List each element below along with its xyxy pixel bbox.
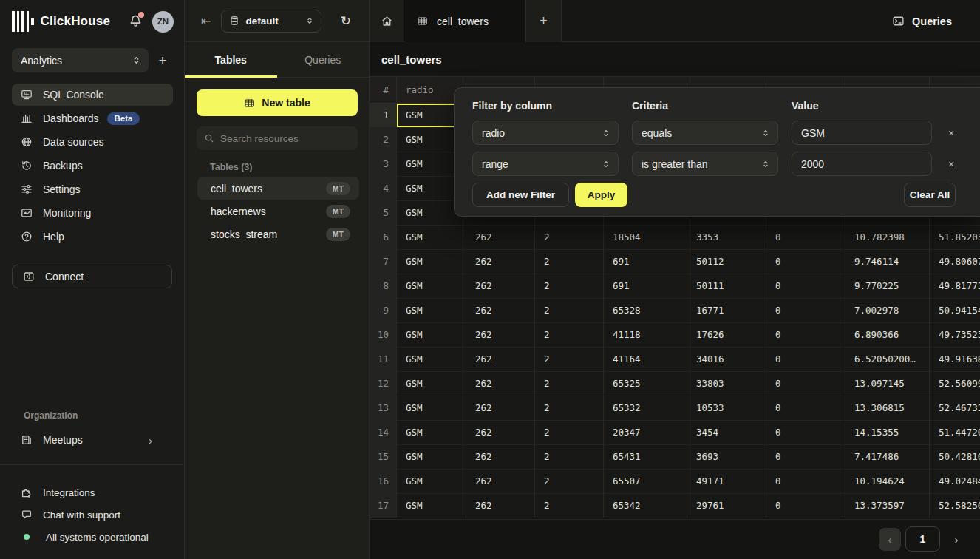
search-resources-box[interactable] <box>197 126 358 150</box>
table-cell[interactable]: GSM <box>397 372 466 396</box>
table-cell[interactable]: 34016 <box>687 348 766 372</box>
table-list-item-cell-towers[interactable]: cell_towers MT <box>197 177 359 200</box>
database-select[interactable]: default <box>221 10 321 33</box>
table-cell[interactable]: 262 <box>466 250 535 274</box>
table-cell[interactable]: 13.373597 <box>845 494 930 518</box>
table-cell[interactable]: 691 <box>604 250 687 274</box>
table-cell[interactable]: 0 <box>766 323 845 348</box>
clear-all-filters-button[interactable]: Clear All <box>904 183 956 207</box>
collapse-panel-button[interactable]: ⇤ <box>201 14 211 28</box>
table-cell[interactable]: GSM <box>397 421 466 445</box>
remove-filter-button[interactable]: × <box>942 152 960 176</box>
table-cell[interactable]: 2 <box>535 323 604 348</box>
table-cell[interactable]: 262 <box>466 445 535 470</box>
table-cell[interactable]: 262 <box>466 348 535 372</box>
filter-criteria-select[interactable]: equals <box>632 121 778 145</box>
table-cell[interactable]: 18504 <box>604 226 687 250</box>
table-cell[interactable]: 49.024841 <box>930 470 980 494</box>
table-cell[interactable]: 262 <box>466 274 535 299</box>
table-cell[interactable]: 3454 <box>687 421 766 445</box>
table-cell[interactable]: 10.194624 <box>845 470 930 494</box>
sidebar-item-integrations[interactable]: Integrations <box>12 482 173 503</box>
table-cell[interactable]: 0 <box>766 445 845 470</box>
table-cell[interactable]: 65342 <box>604 494 687 518</box>
refresh-tables-button[interactable]: ↻ <box>341 13 351 29</box>
clickhouse-logo-icon[interactable] <box>12 11 34 32</box>
sidebar-item-dashboards[interactable]: Dashboards Beta <box>12 107 173 129</box>
table-cell[interactable]: 0 <box>766 299 845 323</box>
table-cell[interactable]: 3693 <box>687 445 766 470</box>
table-cell[interactable]: 50.428105 <box>930 445 980 470</box>
table-cell[interactable]: 65328 <box>604 299 687 323</box>
table-cell[interactable]: 7.002978 <box>845 299 930 323</box>
apply-filters-button[interactable]: Apply <box>575 183 627 207</box>
add-filter-button[interactable]: Add new Filter <box>472 183 569 207</box>
table-cell[interactable]: 262 <box>466 421 535 445</box>
current-page-indicator[interactable]: 1 <box>905 526 940 552</box>
table-cell[interactable]: 0 <box>766 494 845 518</box>
table-cell[interactable]: 20347 <box>604 421 687 445</box>
table-cell[interactable]: 9.746114 <box>845 250 930 274</box>
queries-button[interactable]: Queries <box>892 0 952 42</box>
table-cell[interactable]: GSM <box>397 470 466 494</box>
table-cell[interactable]: 49.916384 <box>930 348 980 372</box>
table-cell[interactable]: GSM <box>397 445 466 470</box>
table-cell[interactable]: 65332 <box>604 396 687 421</box>
table-cell[interactable]: 41118 <box>604 323 687 348</box>
table-cell[interactable]: GSM <box>397 348 466 372</box>
table-cell[interactable]: 262 <box>466 372 535 396</box>
table-cell[interactable]: 13.306815 <box>845 396 930 421</box>
table-cell[interactable]: 262 <box>466 396 535 421</box>
table-cell[interactable]: 49.817739 <box>930 274 980 299</box>
tab-queries[interactable]: Queries <box>277 42 370 77</box>
tab-tables[interactable]: Tables <box>185 42 277 77</box>
table-cell[interactable]: GSM <box>397 250 466 274</box>
table-cell[interactable]: 52.560998 <box>930 372 980 396</box>
table-cell[interactable]: 2 <box>535 250 604 274</box>
notifications-button[interactable] <box>129 14 143 29</box>
table-cell[interactable]: GSM <box>397 494 466 518</box>
table-cell[interactable]: 3353 <box>687 226 766 250</box>
table-cell[interactable]: 262 <box>466 323 535 348</box>
table-cell[interactable]: 41164 <box>604 348 687 372</box>
table-cell[interactable]: 0 <box>766 274 845 299</box>
sidebar-item-data-sources[interactable]: Data sources <box>12 131 173 153</box>
table-cell[interactable]: 52.4673325 <box>930 396 980 421</box>
remove-filter-button[interactable]: × <box>942 121 960 145</box>
table-cell[interactable]: 50112 <box>687 250 766 274</box>
table-cell[interactable]: 10.782398 <box>845 226 930 250</box>
home-tab[interactable] <box>370 0 404 42</box>
table-cell[interactable]: 52.582505 <box>930 494 980 518</box>
tab-cell-towers[interactable]: cell_towers <box>404 0 526 42</box>
table-cell[interactable]: GSM <box>397 226 466 250</box>
table-cell[interactable]: 17626 <box>687 323 766 348</box>
table-list-item-hackernews[interactable]: hackernews MT <box>197 200 359 223</box>
next-page-button[interactable]: › <box>947 528 966 551</box>
table-cell[interactable]: 2 <box>535 396 604 421</box>
table-cell[interactable]: 65507 <box>604 470 687 494</box>
table-cell[interactable]: 0 <box>766 372 845 396</box>
table-cell[interactable]: 49.806073 <box>930 250 980 274</box>
filter-column-select[interactable]: radio <box>472 121 619 145</box>
column-header[interactable]: # <box>370 77 397 104</box>
add-workspace-button[interactable]: + <box>152 50 174 72</box>
table-cell[interactable]: 2 <box>535 470 604 494</box>
table-cell[interactable]: 2 <box>535 445 604 470</box>
table-cell[interactable]: GSM <box>397 299 466 323</box>
sidebar-item-system-status[interactable]: All systems operational <box>12 526 173 547</box>
table-cell[interactable]: 49.735233 <box>930 323 980 348</box>
search-input[interactable] <box>220 133 338 144</box>
table-cell[interactable]: 29761 <box>687 494 766 518</box>
sidebar-item-chat-support[interactable]: Chat with support <box>12 504 173 525</box>
table-cell[interactable]: 6.52050200… <box>845 348 930 372</box>
table-cell[interactable]: 7.417486 <box>845 445 930 470</box>
sidebar-item-settings[interactable]: Settings <box>12 178 173 200</box>
table-cell[interactable]: 0 <box>766 250 845 274</box>
table-cell[interactable]: 50.941544 <box>930 299 980 323</box>
table-cell[interactable]: 13.097145 <box>845 372 930 396</box>
table-cell[interactable]: 0 <box>766 348 845 372</box>
table-cell[interactable]: 262 <box>466 299 535 323</box>
table-cell[interactable]: 2 <box>535 494 604 518</box>
table-cell[interactable]: 10533 <box>687 396 766 421</box>
table-cell[interactable]: 2 <box>535 274 604 299</box>
